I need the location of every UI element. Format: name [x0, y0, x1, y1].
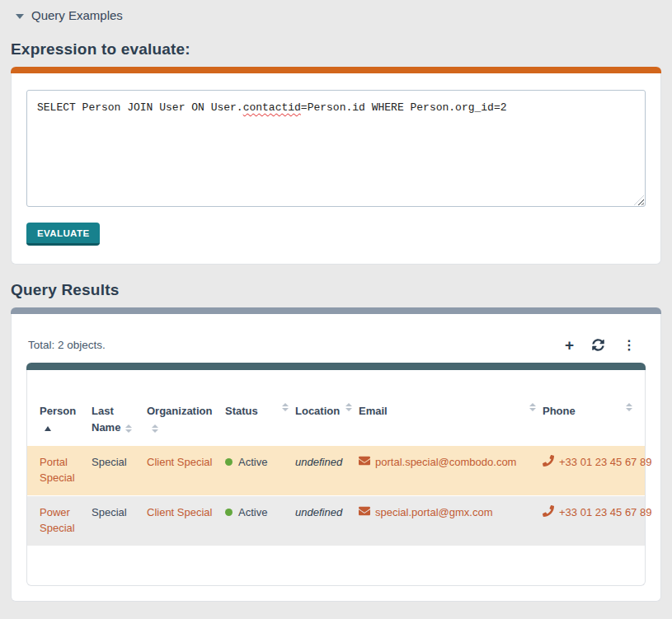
envelope-icon	[359, 505, 370, 517]
column-label: Status	[225, 403, 258, 420]
column-label: Email	[359, 403, 388, 420]
organization-link[interactable]: Client Special	[147, 456, 213, 468]
envelope-icon	[359, 455, 370, 467]
status-label: Active	[238, 506, 267, 518]
last-name-cell: Special	[92, 455, 147, 486]
status-active-dot	[225, 509, 233, 516]
phone-link[interactable]: +33 01 23 45 67 89	[559, 455, 651, 471]
refresh-button[interactable]	[592, 339, 604, 351]
phone-icon	[543, 505, 554, 517]
query-text-prefix: SELECT Person JOIN User ON User.	[37, 101, 243, 114]
location-value: undefined	[295, 506, 342, 518]
results-table: Person Last Name Organization Status Loc…	[26, 363, 646, 586]
email-link[interactable]: portal.special@combodo.com	[375, 455, 516, 471]
page: Query Examples Expression to evaluate: S…	[0, 0, 672, 608]
sort-icon	[125, 424, 132, 433]
refresh-icon	[592, 339, 604, 351]
sort-icon	[345, 403, 352, 411]
results-panel: Total: 2 objects. + ⋮	[11, 307, 661, 602]
column-header-location[interactable]: Location	[295, 403, 359, 436]
column-header-email[interactable]: Email	[359, 403, 543, 436]
results-toolbar: + ⋮	[565, 337, 644, 353]
results-panel-accent-bar	[11, 307, 661, 314]
query-text-suffix: =Person.id WHERE Person.org_id=2	[301, 101, 507, 114]
person-link[interactable]: Power Special	[40, 506, 75, 534]
column-header-phone[interactable]: Phone	[543, 403, 632, 436]
query-input[interactable]: SELECT Person JOIN User ON User.contacti…	[26, 90, 646, 207]
table-header-row: Person Last Name Organization Status Loc…	[27, 370, 645, 446]
phone-icon	[543, 455, 554, 467]
kebab-menu-button[interactable]: ⋮	[623, 339, 636, 352]
sort-icon	[282, 403, 289, 411]
last-name-cell: Special	[92, 505, 147, 537]
table-row[interactable]: Portal Special Special Client Special Ac…	[27, 446, 645, 495]
table-row[interactable]: Power Special Special Client Special Act…	[27, 496, 645, 546]
table-bottom-spacer	[27, 546, 645, 585]
plus-icon: +	[565, 337, 574, 353]
column-label: Location	[295, 403, 340, 420]
column-header-person[interactable]: Person	[40, 403, 92, 436]
table-accent-bar	[26, 363, 646, 370]
expression-panel: SELECT Person JOIN User ON User.contacti…	[11, 67, 661, 265]
column-label: Organization	[147, 405, 212, 417]
location-value: undefined	[295, 456, 342, 468]
phone-link[interactable]: +33 01 23 45 67 89	[559, 505, 651, 521]
column-header-last-name[interactable]: Last Name	[92, 403, 147, 436]
sort-icon	[152, 424, 158, 433]
query-text-misspelled: contactid	[243, 101, 301, 114]
caret-down-icon	[16, 14, 24, 19]
sort-icon	[626, 403, 632, 411]
total-count: Total: 2 objects.	[28, 339, 106, 351]
column-header-status[interactable]: Status	[225, 403, 295, 436]
status-label: Active	[238, 456, 267, 468]
column-label: Last Name	[92, 405, 120, 434]
sort-asc-icon	[45, 426, 51, 431]
sort-icon	[529, 403, 536, 411]
evaluate-button[interactable]: EVALUATE	[26, 223, 100, 246]
add-button[interactable]: +	[565, 337, 574, 353]
column-header-organization[interactable]: Organization	[147, 403, 225, 436]
query-examples-toggle[interactable]: Query Examples	[11, 7, 661, 24]
status-active-dot	[225, 458, 233, 466]
column-label: Person	[40, 405, 76, 417]
person-link[interactable]: Portal Special	[40, 456, 75, 484]
kebab-menu-icon: ⋮	[623, 339, 636, 352]
email-link[interactable]: special.portal@gmx.com	[375, 505, 493, 521]
column-label: Phone	[543, 403, 576, 420]
expression-panel-accent-bar	[11, 67, 661, 73]
query-examples-label: Query Examples	[31, 8, 123, 22]
expression-heading: Expression to evaluate:	[11, 40, 661, 59]
results-heading: Query Results	[11, 281, 661, 299]
organization-link[interactable]: Client Special	[147, 506, 213, 518]
